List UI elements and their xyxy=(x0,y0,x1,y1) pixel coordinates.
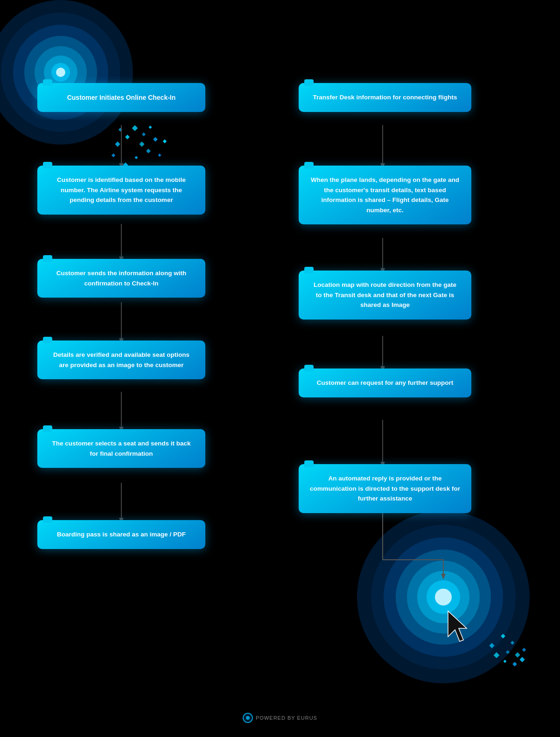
svg-rect-30 xyxy=(158,153,161,157)
svg-rect-20 xyxy=(132,125,138,131)
svg-point-13 xyxy=(417,571,469,623)
svg-point-11 xyxy=(396,549,491,645)
box-plane-lands-text: When the plane lands, depending on the g… xyxy=(311,176,459,214)
svg-rect-36 xyxy=(515,652,520,657)
svg-rect-19 xyxy=(119,128,122,132)
svg-rect-39 xyxy=(522,648,526,652)
svg-point-8 xyxy=(357,511,530,683)
box-customer-sends: Customer sends the information along wit… xyxy=(37,259,205,298)
box-customer-identified-text: Customer is identified based on the mobi… xyxy=(57,176,186,203)
svg-point-12 xyxy=(407,561,480,633)
svg-rect-29 xyxy=(163,139,167,143)
svg-rect-37 xyxy=(503,660,506,663)
airplane-icon: ✈ xyxy=(173,13,201,52)
svg-point-9 xyxy=(371,525,516,669)
box-transfer-desk: Transfer Desk information for connecting… xyxy=(299,83,471,112)
svg-marker-16 xyxy=(448,611,467,641)
box-checkin-initiate-text: Customer Initiates Online Check-In xyxy=(67,94,176,101)
svg-rect-31 xyxy=(489,643,494,648)
svg-rect-32 xyxy=(501,634,505,639)
footer-logo: powered by EURUS xyxy=(243,713,317,723)
svg-rect-18 xyxy=(125,135,130,139)
svg-point-7 xyxy=(56,68,65,77)
box-checkin-initiate: Customer Initiates Online Check-In xyxy=(37,83,205,112)
box-location-map-text: Location map with route direction from t… xyxy=(314,281,456,308)
box-details-verified-text: Details are verified and available seat … xyxy=(53,351,189,368)
box-details-verified: Details are verified and available seat … xyxy=(37,341,205,379)
box-boarding-pass-text: Boarding pass is shared as an image / PD… xyxy=(57,531,186,538)
svg-rect-33 xyxy=(511,641,514,645)
box-plane-lands: When the plane lands, depending on the g… xyxy=(299,166,471,224)
svg-point-0 xyxy=(0,0,133,145)
svg-rect-23 xyxy=(148,125,152,129)
page-container: ✈ Customer Initiates Online Check-In Cus… xyxy=(0,0,560,737)
svg-rect-35 xyxy=(506,650,510,654)
svg-rect-40 xyxy=(519,657,525,662)
box-seat-select-text: The customer selects a seat and sends it… xyxy=(52,440,190,457)
svg-rect-17 xyxy=(115,141,120,146)
svg-point-6 xyxy=(51,63,70,82)
svg-rect-34 xyxy=(494,652,500,658)
svg-point-15 xyxy=(435,589,452,605)
box-seat-select: The customer selects a seat and sends it… xyxy=(37,429,205,468)
box-further-support-text: Customer can request for any further sup… xyxy=(317,379,454,386)
svg-point-14 xyxy=(427,580,460,614)
box-location-map: Location map with route direction from t… xyxy=(299,271,471,320)
box-customer-identified: Customer is identified based on the mobi… xyxy=(37,166,205,215)
box-customer-sends-text: Customer sends the information along wit… xyxy=(56,270,186,287)
box-automated-reply-text: An automated reply is provided or the co… xyxy=(310,475,460,502)
svg-point-1 xyxy=(1,13,120,132)
footer-logo-text: powered by EURUS xyxy=(256,715,317,721)
svg-marker-63 xyxy=(441,574,446,579)
svg-rect-21 xyxy=(142,132,146,136)
svg-rect-24 xyxy=(153,137,158,142)
box-automated-reply: An automated reply is provided or the co… xyxy=(299,464,471,513)
svg-rect-22 xyxy=(139,141,144,146)
svg-rect-25 xyxy=(112,153,115,157)
svg-rect-28 xyxy=(146,149,151,153)
svg-rect-38 xyxy=(512,662,517,667)
svg-rect-27 xyxy=(134,156,138,159)
svg-point-10 xyxy=(384,537,503,657)
box-transfer-desk-text: Transfer Desk information for connecting… xyxy=(313,94,457,101)
box-boarding-pass: Boarding pass is shared as an image / PD… xyxy=(37,520,205,549)
box-further-support: Customer can request for any further sup… xyxy=(299,368,471,397)
